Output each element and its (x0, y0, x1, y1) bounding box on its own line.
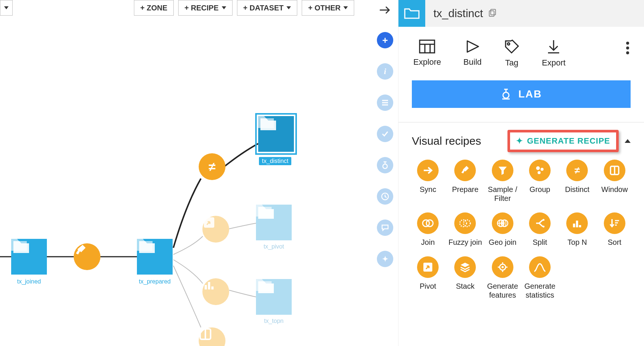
recipe-window[interactable]: Window (596, 160, 633, 203)
add-zone-button[interactable]: + ZONE (134, 0, 174, 16)
rail-add-button[interactable]: + (377, 32, 393, 48)
svg-rect-18 (420, 40, 435, 53)
recipe-group[interactable]: Group (522, 160, 558, 203)
svg-rect-16 (491, 9, 496, 15)
dataset-tx-joined-label: tx_joined (3, 278, 55, 285)
recipe-topn-node[interactable] (202, 278, 229, 305)
recipe-distinct-node[interactable]: ≠ (199, 153, 225, 180)
add-recipe-button[interactable]: + RECIPE (178, 0, 233, 16)
svg-rect-5 (208, 282, 210, 289)
dataset-tx-topn-label: tx_topn (248, 318, 300, 324)
broom-icon (74, 243, 88, 257)
recipe-prepare-node[interactable] (74, 243, 100, 270)
add-other-button[interactable]: + OTHER (302, 0, 354, 16)
recipe-split[interactable]: Split (522, 212, 558, 247)
svg-rect-4 (205, 285, 207, 289)
build-button[interactable]: Build (464, 39, 482, 68)
side-rail: + i ✦ (372, 0, 398, 346)
recipe-sort-label: Sort (608, 238, 621, 247)
generate-recipe-label: GENERATE RECIPE (527, 136, 610, 146)
flow-canvas[interactable]: tx_joined tx_prepared ≠ tx_distinct tx_p… (0, 19, 372, 346)
add-other-label: + OTHER (308, 4, 340, 12)
recipe-prepare[interactable]: Prepare (447, 160, 483, 203)
recipe-distinct[interactable]: ≠Distinct (559, 160, 595, 203)
arrow-right-icon (422, 165, 433, 176)
build-label: Build (464, 57, 482, 67)
dataset-tx-prepared[interactable] (137, 239, 173, 275)
bar-chart-icon (571, 218, 583, 229)
svg-rect-17 (489, 11, 494, 16)
more-actions-button[interactable] (626, 39, 629, 54)
export-button[interactable]: Export (542, 39, 566, 68)
recipe-pivot[interactable]: Pivot (410, 256, 446, 299)
globe-venn-icon (496, 218, 509, 229)
recipe-sample-filter[interactable]: Sample / Filter (484, 160, 521, 203)
rail-check-button[interactable] (377, 126, 393, 142)
recipe-topn[interactable]: Top N (559, 212, 595, 247)
lab-button[interactable]: LAB (412, 80, 631, 108)
venn-icon (422, 218, 434, 229)
add-recipe-label: + RECIPE (185, 4, 219, 12)
explore-button[interactable]: Explore (413, 39, 441, 68)
svg-rect-6 (211, 286, 214, 289)
rail-history-button[interactable] (377, 188, 393, 205)
funnel-icon (497, 165, 508, 176)
recipe-sort[interactable]: Sort (596, 212, 633, 247)
collapse-panel-button[interactable] (379, 5, 391, 17)
dataset-tx-distinct[interactable] (258, 116, 294, 152)
collapse-section-button[interactable] (625, 139, 631, 143)
add-dataset-button[interactable]: + DATASET (237, 0, 298, 16)
recipe-sync[interactable]: Sync (410, 160, 446, 203)
svg-point-55 (502, 266, 504, 268)
copy-name-button[interactable] (488, 8, 497, 19)
dataset-tx-distinct-label: tx_distinct (259, 157, 291, 165)
window-icon (609, 165, 620, 176)
panel-title: tx_distinct (433, 7, 483, 20)
folder-icon (404, 7, 420, 20)
rail-info-button[interactable]: i (377, 63, 393, 80)
recipe-topn-label: Top N (567, 238, 587, 247)
recipe-generate-statistics[interactable]: Generate statistics (522, 256, 558, 299)
caret-down-icon (286, 6, 291, 9)
recipe-join[interactable]: Join (410, 212, 446, 247)
toolbar-dropdown-1[interactable] (0, 0, 13, 16)
dataset-tx-prepared-label: tx_prepared (129, 278, 181, 285)
not-equal-icon: ≠ (209, 160, 216, 174)
recipe-fuzzy-join[interactable]: Fuzzy join (447, 212, 483, 247)
rail-comment-button[interactable] (377, 220, 393, 236)
recipe-pivot-node[interactable] (202, 216, 229, 243)
generate-recipe-button[interactable]: ✦ GENERATE RECIPE (516, 136, 610, 146)
recipe-sync-label: Sync (420, 185, 436, 194)
pivot-icon (422, 262, 433, 273)
grid-icon (419, 39, 435, 54)
download-icon (547, 39, 560, 54)
lab-label: LAB (518, 88, 542, 100)
fuzzy-venn-icon (459, 218, 471, 229)
rail-sparkle-button[interactable]: ✦ (377, 251, 393, 267)
recipe-group-label: Group (529, 185, 550, 194)
rail-lab-button[interactable] (377, 157, 393, 173)
folder-icon (137, 239, 157, 255)
group-icon (534, 165, 545, 176)
explore-label: Explore (413, 57, 441, 67)
recipe-prepare-label: Prepare (452, 185, 478, 194)
dataset-tx-pivot[interactable] (256, 205, 292, 240)
dataset-tx-topn[interactable] (256, 279, 292, 315)
add-dataset-label: + DATASET (243, 4, 284, 12)
dataset-tx-pivot-label: tx_pivot (248, 243, 300, 250)
dataset-tx-joined[interactable] (11, 239, 47, 275)
recipe-stack-label: Stack (456, 282, 474, 291)
recipe-pivot-label: Pivot (420, 282, 436, 291)
recipe-stack[interactable]: Stack (447, 256, 483, 299)
add-zone-label: + ZONE (140, 4, 167, 12)
recipe-generate-features[interactable]: Generate features (484, 256, 521, 299)
svg-point-45 (543, 226, 545, 228)
recipe-split-label: Split (533, 238, 547, 247)
rail-list-button[interactable] (377, 94, 393, 111)
sparkle-icon: ✦ (516, 136, 523, 146)
tag-button[interactable]: Tag (504, 39, 520, 68)
recipe-geo-join[interactable]: Geo join (484, 212, 521, 247)
caret-down-icon (343, 6, 348, 9)
svg-point-12 (383, 164, 387, 169)
visual-recipes-title: Visual recipes (412, 135, 481, 147)
